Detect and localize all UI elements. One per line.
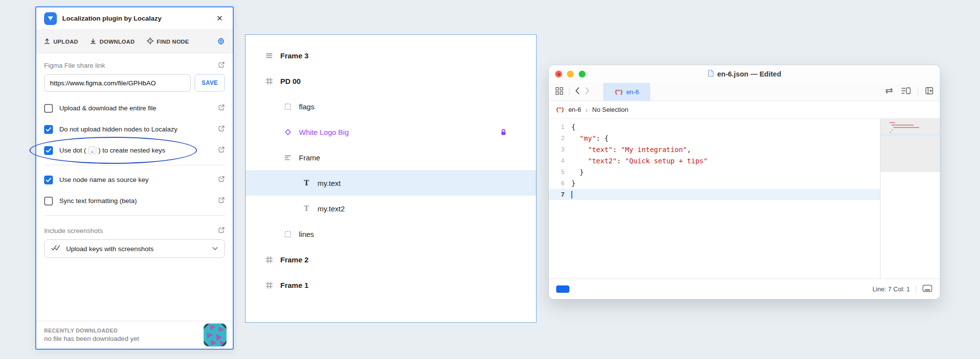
option-label: Do not upload hidden nodes to Localazy [59, 126, 212, 133]
checkbox[interactable] [44, 146, 53, 155]
breadcrumb-file[interactable]: en-6 [568, 106, 581, 113]
external-link-icon[interactable] [218, 176, 225, 184]
download-button[interactable]: DOWNLOAD [90, 38, 134, 46]
dot-key-chip: . [88, 146, 97, 154]
code-text [571, 191, 572, 199]
option-label: Use dot (.) to create nested keys [59, 146, 212, 154]
line-number: 2 [549, 135, 571, 142]
checkbox[interactable] [44, 104, 53, 113]
frame-layer-icon [265, 77, 273, 85]
upload-button[interactable]: UPLOAD [44, 38, 78, 46]
tab-en-6[interactable]: {"} en-6 [603, 83, 650, 101]
layer-row-lines[interactable]: lines [245, 221, 536, 247]
code-line-4[interactable]: 4 "text2": "Quick setup + tips" [549, 155, 880, 166]
minimize-traffic-light[interactable] [567, 71, 574, 77]
layer-row-frame-3[interactable]: Frame 3 [245, 43, 536, 68]
double-check-icon [51, 245, 61, 253]
plugin-toolbar: UPLOAD DOWNLOAD FIND NODE [36, 30, 233, 53]
screenshots-select[interactable]: Upload keys with screenshots [44, 239, 225, 258]
share-link-input[interactable] [44, 74, 191, 92]
download-label: DOWNLOAD [99, 39, 134, 45]
option-row: Upload & download the entire file [44, 98, 225, 119]
line-number: 3 [549, 146, 571, 153]
line-number: 7 [549, 191, 571, 198]
zoom-traffic-light[interactable] [579, 71, 586, 77]
forward-chevron-icon[interactable] [585, 87, 590, 97]
layer-row-flags[interactable]: flags [245, 94, 536, 119]
layer-row-frame-1[interactable]: Frame 1 [245, 272, 536, 298]
external-link-icon[interactable] [218, 227, 225, 235]
layer-row-my-text2[interactable]: Tmy.text2 [245, 196, 536, 221]
divider [569, 88, 569, 96]
option-label: Upload & download the entire file [59, 104, 212, 112]
find-node-button[interactable]: FIND NODE [147, 37, 189, 46]
plugin-body: Figma File share link SAVE Upload & down… [36, 53, 233, 321]
plugin-footer: RECENTLY DOWNLOADED no file has been dow… [36, 321, 233, 349]
layer-row-my-text[interactable]: Tmy.text [245, 170, 536, 196]
external-link-icon[interactable] [218, 125, 225, 134]
add-editor-icon[interactable] [925, 87, 933, 97]
chevron-down-icon [212, 247, 218, 251]
checkbox[interactable] [44, 197, 53, 205]
checkbox[interactable] [44, 176, 53, 184]
option-row: Use node name as source key [44, 169, 225, 190]
code-text: } [571, 168, 584, 176]
plugin-title: Localization plugin by Localazy [62, 15, 209, 22]
text-layer-icon: T [302, 205, 311, 212]
editor-options-icon[interactable] [901, 87, 911, 97]
settings-gear-icon[interactable] [217, 37, 225, 46]
tab-label: en-6 [626, 88, 639, 96]
minimap-page [881, 119, 940, 172]
layer-row-white-logo-big[interactable]: White Logo Big [245, 119, 536, 145]
save-button[interactable]: SAVE [195, 74, 225, 92]
layer-name: PD 00 [280, 77, 301, 85]
external-link-icon[interactable] [218, 61, 225, 70]
code-line-6[interactable]: 6} [549, 178, 880, 189]
component-layer-icon [284, 128, 292, 136]
layer-row-frame[interactable]: Frame [245, 145, 536, 170]
lock-icon[interactable] [500, 128, 507, 136]
external-link-icon[interactable] [218, 146, 225, 155]
code-area[interactable]: 1{2 "my": {3 "text": "My integration",4 … [549, 119, 880, 279]
recently-downloaded-message: no file has been downloaded yet [44, 335, 199, 342]
divider [916, 285, 916, 293]
back-chevron-icon[interactable] [575, 87, 580, 97]
option-label: Sync text formatting (beta) [59, 197, 212, 205]
plugin-header: Localization plugin by Localazy ✕ [36, 7, 233, 30]
code-line-5[interactable]: 5 } [549, 166, 880, 178]
minimap[interactable] [880, 119, 940, 279]
layer-name: White Logo Big [299, 128, 349, 136]
option-row: Use dot (.) to create nested keys [44, 140, 225, 161]
external-link-icon[interactable] [218, 197, 225, 205]
code-review-icon[interactable] [885, 87, 894, 96]
text-cursor [571, 191, 572, 199]
recently-downloaded-heading: RECENTLY DOWNLOADED [44, 328, 199, 333]
find-node-label: FIND NODE [157, 39, 189, 45]
layer-row-frame-2[interactable]: Frame 2 [245, 247, 536, 272]
code-line-7[interactable]: 7 [549, 189, 880, 200]
close-traffic-light[interactable] [555, 71, 562, 77]
checkbox[interactable] [44, 125, 53, 134]
layers-list: Frame 3PD 00flagsWhite Logo BigFrameTmy.… [245, 43, 536, 298]
breadcrumb-selection[interactable]: No Selection [592, 106, 629, 113]
minimap-active-line [881, 133, 940, 136]
group-layer-icon [284, 103, 292, 110]
code-line-2[interactable]: 2 "my": { [549, 132, 880, 144]
divider [918, 88, 918, 96]
option-row: Sync text formatting (beta) [44, 190, 225, 211]
layer-name: Frame 2 [280, 256, 309, 264]
layer-name: my.text [318, 179, 341, 187]
frame-layer-icon [265, 256, 273, 264]
close-icon[interactable]: ✕ [215, 13, 225, 24]
code-line-1[interactable]: 1{ [549, 121, 880, 132]
line-number: 4 [549, 157, 571, 164]
external-link-icon[interactable] [218, 104, 225, 113]
code-line-3[interactable]: 3 "text": "My integration", [549, 144, 880, 155]
related-items-grid-icon[interactable] [555, 87, 564, 97]
layer-row-pd-00[interactable]: PD 00 [245, 68, 536, 94]
upload-icon [44, 38, 50, 46]
xcode-tab-bar: {"} en-6 [549, 83, 940, 101]
xcode-window: en-6.json — Edited {"} en-6 {"} en-6 › [549, 65, 940, 299]
text-layer-icon: T [302, 180, 311, 186]
keyboard-bar-icon[interactable] [922, 284, 932, 294]
